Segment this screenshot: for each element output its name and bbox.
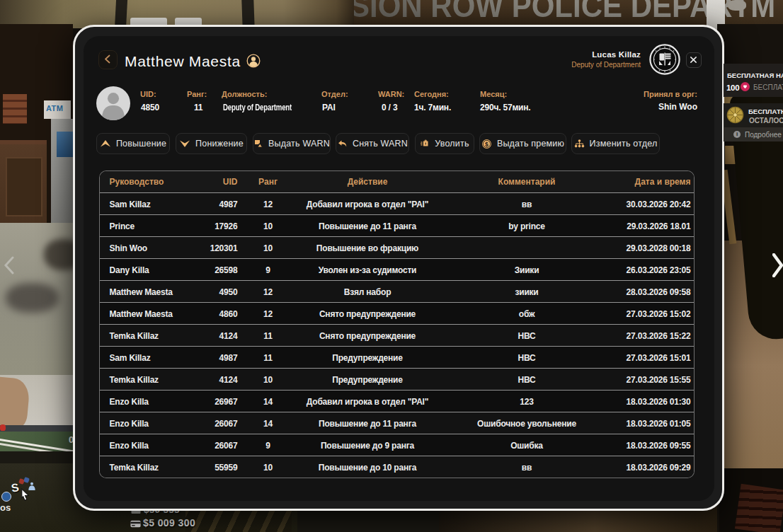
svg-text:$: $ [485, 140, 488, 147]
